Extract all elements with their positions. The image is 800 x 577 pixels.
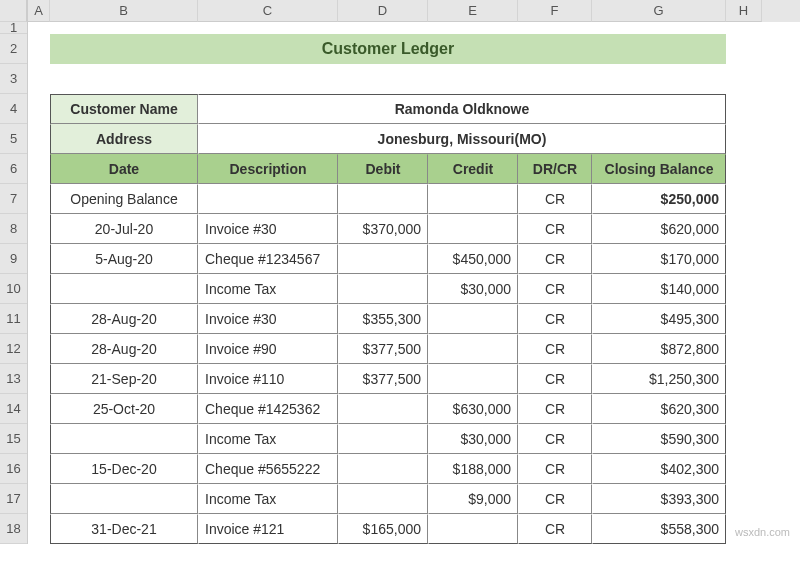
row-header[interactable]: 6	[0, 154, 27, 184]
row-header[interactable]: 17	[0, 484, 27, 514]
cell[interactable]	[28, 154, 50, 184]
cell[interactable]	[726, 484, 762, 514]
cell[interactable]	[726, 124, 762, 154]
cell-drcr[interactable]: CR	[518, 274, 592, 304]
cell-date[interactable]	[50, 484, 198, 514]
row-header[interactable]: 7	[0, 184, 27, 214]
cell[interactable]	[726, 214, 762, 244]
row-header[interactable]: 1	[0, 22, 27, 34]
cell-closing[interactable]: $393,300	[592, 484, 726, 514]
row-header[interactable]: 8	[0, 214, 27, 244]
cell-description[interactable]: Cheque #1425362	[198, 394, 338, 424]
cell-closing[interactable]: $495,300	[592, 304, 726, 334]
cell-credit[interactable]	[428, 364, 518, 394]
cell-drcr[interactable]: CR	[518, 214, 592, 244]
cell[interactable]	[726, 424, 762, 454]
cell-closing[interactable]: $590,300	[592, 424, 726, 454]
cell-credit[interactable]: $450,000	[428, 244, 518, 274]
cell-drcr[interactable]: CR	[518, 394, 592, 424]
cell[interactable]	[726, 184, 762, 214]
cell[interactable]	[28, 454, 50, 484]
th-debit[interactable]: Debit	[338, 154, 428, 184]
cell-description[interactable]: Invoice #30	[198, 304, 338, 334]
row-header[interactable]: 3	[0, 64, 27, 94]
cell-credit[interactable]: $30,000	[428, 424, 518, 454]
cell-closing[interactable]: $558,300	[592, 514, 726, 544]
cell-date[interactable]: 5-Aug-20	[50, 244, 198, 274]
row-header[interactable]: 18	[0, 514, 27, 544]
cell[interactable]	[726, 64, 762, 94]
cell-description[interactable]: Cheque #1234567	[198, 244, 338, 274]
cell[interactable]	[28, 22, 50, 34]
cell[interactable]	[28, 184, 50, 214]
cell-debit[interactable]: $377,500	[338, 364, 428, 394]
cell[interactable]	[726, 34, 762, 64]
cell[interactable]	[726, 334, 762, 364]
cell-debit[interactable]	[338, 244, 428, 274]
row-header[interactable]: 16	[0, 454, 27, 484]
cell-credit[interactable]	[428, 304, 518, 334]
cell[interactable]	[726, 244, 762, 274]
row-header[interactable]: 5	[0, 124, 27, 154]
cell-closing[interactable]: $140,000	[592, 274, 726, 304]
cell[interactable]	[28, 244, 50, 274]
cell-credit[interactable]	[428, 334, 518, 364]
cell[interactable]	[28, 64, 50, 94]
corner-cell[interactable]	[0, 0, 27, 22]
col-header[interactable]: G	[592, 0, 726, 22]
cell-credit[interactable]: $30,000	[428, 274, 518, 304]
cell-drcr[interactable]: CR	[518, 304, 592, 334]
address-label[interactable]: Address	[50, 124, 198, 154]
cell[interactable]	[28, 214, 50, 244]
row-header[interactable]: 15	[0, 424, 27, 454]
cell[interactable]	[28, 94, 50, 124]
cell-credit[interactable]: $9,000	[428, 484, 518, 514]
row-header[interactable]: 2	[0, 34, 27, 64]
row-header[interactable]: 11	[0, 304, 27, 334]
cell-closing[interactable]: $620,000	[592, 214, 726, 244]
cell-credit[interactable]: $188,000	[428, 454, 518, 484]
cell[interactable]	[726, 94, 762, 124]
cell-date[interactable]: 31-Dec-21	[50, 514, 198, 544]
cell-drcr[interactable]: CR	[518, 244, 592, 274]
cell[interactable]	[28, 304, 50, 334]
cell[interactable]	[726, 364, 762, 394]
cell-closing[interactable]: $250,000	[592, 184, 726, 214]
cell-description[interactable]: Income Tax	[198, 274, 338, 304]
cell-closing[interactable]: $620,300	[592, 394, 726, 424]
th-description[interactable]: Description	[198, 154, 338, 184]
cell[interactable]	[28, 364, 50, 394]
cell[interactable]	[726, 394, 762, 424]
cell-debit[interactable]: $355,300	[338, 304, 428, 334]
cell-debit[interactable]	[338, 184, 428, 214]
address-value[interactable]: Jonesburg, Missouri(MO)	[198, 124, 726, 154]
col-header[interactable]: E	[428, 0, 518, 22]
cell-credit[interactable]	[428, 184, 518, 214]
cell[interactable]	[726, 454, 762, 484]
row-header[interactable]: 13	[0, 364, 27, 394]
customer-name-label[interactable]: Customer Name	[50, 94, 198, 124]
cell-description[interactable]	[198, 184, 338, 214]
cell[interactable]	[50, 22, 726, 34]
cell-date[interactable]: 20-Jul-20	[50, 214, 198, 244]
customer-name-value[interactable]: Ramonda Oldknowe	[198, 94, 726, 124]
col-header[interactable]: F	[518, 0, 592, 22]
row-header[interactable]: 12	[0, 334, 27, 364]
cell[interactable]	[28, 124, 50, 154]
cell-drcr[interactable]: CR	[518, 514, 592, 544]
cell-debit[interactable]	[338, 454, 428, 484]
cell-description[interactable]: Income Tax	[198, 424, 338, 454]
col-header[interactable]: B	[50, 0, 198, 22]
page-title[interactable]: Customer Ledger	[50, 34, 726, 64]
col-header[interactable]: D	[338, 0, 428, 22]
col-header[interactable]: A	[28, 0, 50, 22]
cell-drcr[interactable]: CR	[518, 454, 592, 484]
cell-description[interactable]: Invoice #121	[198, 514, 338, 544]
th-date[interactable]: Date	[50, 154, 198, 184]
cell[interactable]	[726, 154, 762, 184]
col-header[interactable]: H	[726, 0, 762, 22]
cell-drcr[interactable]: CR	[518, 364, 592, 394]
cell[interactable]	[28, 334, 50, 364]
cell-date[interactable]: Opening Balance	[50, 184, 198, 214]
cell[interactable]	[28, 484, 50, 514]
